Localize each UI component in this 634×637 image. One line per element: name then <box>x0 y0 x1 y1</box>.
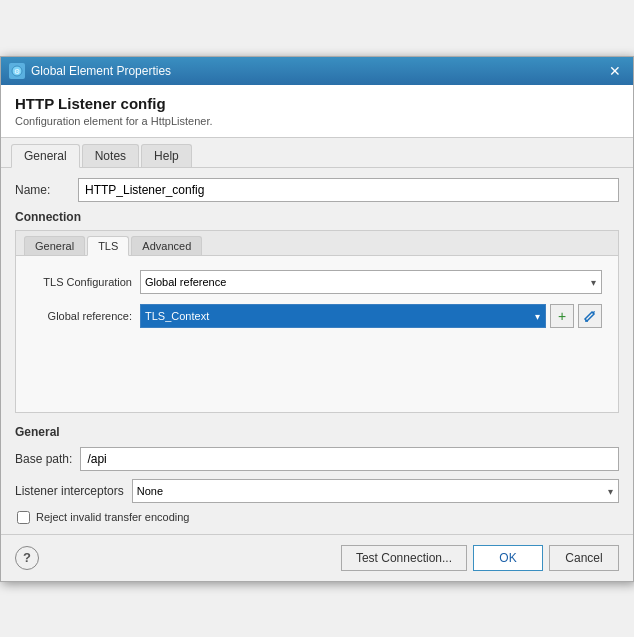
reject-encoding-row: Reject invalid transfer encoding <box>17 511 619 524</box>
name-input[interactable] <box>78 178 619 202</box>
dialog-subtitle: Configuration element for a HttpListener… <box>15 115 619 127</box>
global-ref-label: Global reference: <box>32 310 132 322</box>
tls-config-row: TLS Configuration Global reference Edit … <box>32 270 602 294</box>
global-ref-row: Global reference: TLS_Context + <box>32 304 602 328</box>
outer-tabs: General Notes Help <box>1 138 633 168</box>
inner-panel: General TLS Advanced TLS Configuration G… <box>15 230 619 413</box>
inner-tabs: General TLS Advanced <box>16 231 618 256</box>
cancel-button[interactable]: Cancel <box>549 545 619 571</box>
app-icon: ⚙ <box>9 63 25 79</box>
edit-ref-button[interactable] <box>578 304 602 328</box>
tls-config-select[interactable]: Global reference Edit inline <box>140 270 602 294</box>
reject-encoding-checkbox[interactable] <box>17 511 30 524</box>
title-bar: ⚙ Global Element Properties ✕ <box>1 57 633 85</box>
tab-help[interactable]: Help <box>141 144 192 167</box>
close-button[interactable]: ✕ <box>605 64 625 78</box>
inner-tab-advanced[interactable]: Advanced <box>131 236 202 255</box>
inner-panel-space <box>32 338 602 398</box>
tab-general[interactable]: General <box>11 144 80 168</box>
base-path-label: Base path: <box>15 452 72 466</box>
base-path-row: Base path: <box>15 447 619 471</box>
base-path-input[interactable] <box>80 447 619 471</box>
listener-interceptors-label: Listener interceptors <box>15 484 124 498</box>
dialog-body: General Notes Help Name: Connection Gene… <box>1 138 633 534</box>
svg-text:⚙: ⚙ <box>14 68 20 75</box>
title-bar-left: ⚙ Global Element Properties <box>9 63 171 79</box>
help-button[interactable]: ? <box>15 546 39 570</box>
tls-config-select-wrapper: Global reference Edit inline <box>140 270 602 294</box>
form-area: Name: Connection General TLS Advanced TL… <box>1 168 633 534</box>
listener-interceptors-select-wrapper: None <box>132 479 619 503</box>
connection-section-label: Connection <box>15 210 619 224</box>
dialog-container: ⚙ Global Element Properties ✕ HTTP Liste… <box>0 56 634 582</box>
dialog-title: HTTP Listener config <box>15 95 619 112</box>
general-section-title: General <box>15 425 619 439</box>
name-row: Name: <box>15 178 619 202</box>
dialog-footer: ? Test Connection... OK Cancel <box>1 534 633 581</box>
reject-encoding-label: Reject invalid transfer encoding <box>36 511 189 523</box>
inner-form: TLS Configuration Global reference Edit … <box>16 256 618 412</box>
tls-config-label: TLS Configuration <box>32 276 132 288</box>
listener-interceptors-select[interactable]: None <box>132 479 619 503</box>
ok-button[interactable]: OK <box>473 545 543 571</box>
test-connection-button[interactable]: Test Connection... <box>341 545 467 571</box>
inner-tab-general[interactable]: General <box>24 236 85 255</box>
title-bar-text: Global Element Properties <box>31 64 171 78</box>
footer-left: ? <box>15 546 335 570</box>
name-label: Name: <box>15 183 70 197</box>
dialog-header: HTTP Listener config Configuration eleme… <box>1 85 633 138</box>
inner-tab-tls[interactable]: TLS <box>87 236 129 256</box>
general-section: General Base path: Listener interceptors… <box>15 425 619 524</box>
tab-notes[interactable]: Notes <box>82 144 139 167</box>
edit-icon <box>583 309 597 323</box>
listener-interceptors-row: Listener interceptors None <box>15 479 619 503</box>
ref-row: TLS_Context + <box>140 304 602 328</box>
global-ref-select[interactable]: TLS_Context <box>140 304 546 328</box>
add-ref-button[interactable]: + <box>550 304 574 328</box>
ref-select-wrapper: TLS_Context <box>140 304 546 328</box>
